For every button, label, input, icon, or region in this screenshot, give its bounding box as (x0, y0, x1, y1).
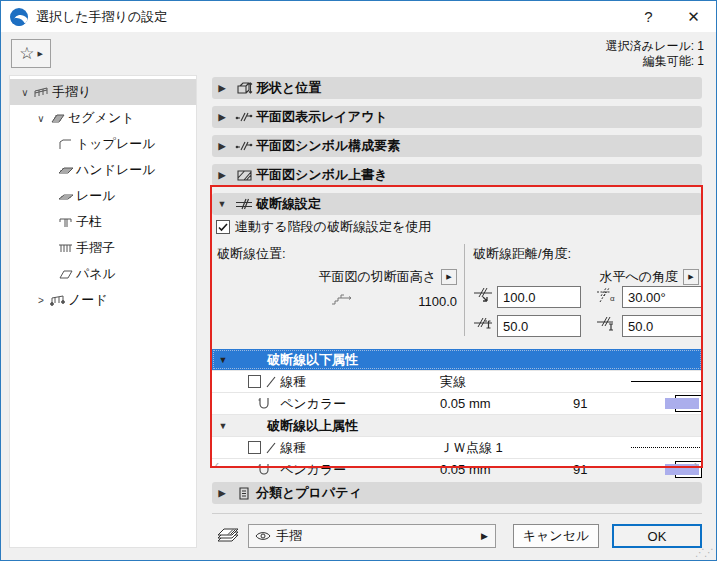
checkbox-checked-icon (216, 220, 230, 234)
tree-item-label: 手摺り (52, 83, 91, 101)
baluster-icon (56, 241, 76, 255)
horizontal-angle-dropdown[interactable]: 水平への角度 ▶ (473, 268, 699, 286)
toprail-icon (56, 137, 76, 151)
linetype-label: 線種 (280, 439, 440, 457)
breakline-distance1-row (473, 286, 581, 308)
floorplan-override-icon (232, 168, 256, 182)
chevron-right-icon: ▶ (212, 83, 232, 93)
group-title: 破断線以上属性 (234, 417, 358, 435)
tree-item-label: セグメント (68, 109, 135, 127)
section-floorplan-override[interactable]: ▶ 平面図シンボル上書き (212, 164, 702, 186)
footer-divider (212, 513, 702, 514)
component-tree: ∨ 手摺り ∨ セグメント トップレール ハンドレール レール 子柱 手摺子 (9, 75, 197, 548)
chevron-right-icon[interactable]: > (34, 295, 48, 306)
close-button[interactable]: ✕ (671, 1, 716, 32)
tree-item-segment[interactable]: ∨ セグメント (10, 105, 196, 131)
group-title: 破断線以下属性 (234, 351, 358, 369)
title-bar: 選択した手摺りの設定 ? ✕ (1, 1, 716, 32)
star-icon: ☆ (19, 45, 34, 62)
classification-icon (232, 486, 256, 501)
cut-plane-height-row: 1100.0 (331, 291, 457, 311)
pencolor-label: ペンカラー (280, 395, 440, 413)
node-icon (48, 293, 68, 307)
use-stair-breakline-checkbox[interactable]: 連動する階段の破断線設定を使用 (216, 218, 431, 236)
linetype-row-above[interactable]: 線種 ＪＷ点線 1 (212, 436, 702, 458)
railing-settings-dialog: 選択した手摺りの設定 ? ✕ ☆ ▶ 選択済みレール: 1 編集可能: 1 ∨ … (0, 0, 717, 561)
pen-icon (258, 463, 270, 476)
breakline-icon (232, 197, 256, 211)
chevron-right-icon: ▶ (212, 488, 232, 498)
layer-dropdown[interactable]: 手摺 ▶ (248, 524, 496, 548)
tree-item-post[interactable]: 子柱 (10, 209, 196, 235)
tree-item-handrail[interactable]: ハンドレール (10, 157, 196, 183)
distance-angle-label: 破断線距離/角度: (473, 245, 571, 263)
chevron-down-icon[interactable]: ∨ (18, 87, 32, 98)
stair-cut-plane-icon (331, 291, 353, 311)
cut-plane-height-value: 1100.0 (418, 294, 457, 309)
section-shape-position[interactable]: ▶ 形状と位置 (212, 77, 702, 99)
panel-icon (56, 267, 76, 281)
section-classification[interactable]: ▶ 分類とプロパティ (212, 482, 702, 504)
linetype-label: 線種 (280, 373, 440, 391)
flyout-arrow-button[interactable]: ▶ (683, 269, 699, 285)
tree-item-label: レール (76, 187, 116, 205)
section-floorplan-layout[interactable]: ▶ 平面図表示レイアウト (212, 106, 702, 128)
breakline-distance-dashed-icon (473, 316, 493, 336)
tree-item-node[interactable]: > ノード (10, 287, 196, 313)
section-label: 分類とプロパティ (256, 484, 362, 502)
cancel-button[interactable]: キャンセル (513, 524, 599, 548)
cut-plane-height-label: 平面図の切断面高さ (318, 268, 436, 286)
distance1-input[interactable] (497, 286, 581, 308)
tree-item-label: 手摺子 (76, 239, 115, 257)
flyout-arrow-button[interactable]: ▶ (441, 269, 457, 285)
tree-item-rail[interactable]: レール (10, 183, 196, 209)
tree-item-toprail[interactable]: トップレール (10, 131, 196, 157)
angle-input[interactable] (622, 286, 702, 308)
breakline-distance-icon (473, 287, 493, 307)
ok-button[interactable]: OK (612, 524, 702, 548)
solid-line-preview (631, 381, 702, 382)
scroll-right-icon[interactable]: › (694, 458, 698, 472)
favorites-button[interactable]: ☆ ▶ (11, 39, 51, 68)
chevron-down-icon[interactable]: ∨ (34, 113, 48, 124)
linetype-row-below[interactable]: 線種 実線 (212, 370, 702, 392)
distance2-input[interactable] (497, 315, 581, 337)
below-breakline-group-header[interactable]: ▼ 破断線以下属性 (212, 349, 702, 370)
breakline-distance-vertical-icon (596, 316, 618, 336)
section-label: 破断線設定 (256, 195, 321, 213)
pencolor-row-above[interactable]: ペンカラー 0.05 mm 91 (212, 458, 702, 480)
floorplan-components-icon (232, 139, 256, 153)
column-divider (464, 244, 465, 336)
layer-value: 手摺 (276, 527, 302, 545)
triangle-down-icon: ▼ (212, 355, 234, 365)
tree-item-panel[interactable]: パネル (10, 261, 196, 287)
cut-plane-height-dropdown[interactable]: 平面図の切断面高さ ▶ (217, 268, 457, 286)
pen-color-swatch[interactable] (675, 395, 702, 412)
scroll-left-icon[interactable]: ‹ (215, 458, 219, 472)
chevron-right-icon: ▶ (212, 112, 232, 122)
section-label: 平面図シンボル上書き (256, 166, 388, 184)
breakline-distance3-row (596, 315, 702, 337)
resize-grip[interactable]: ⋰⋰ (695, 547, 713, 558)
floorplan-display-icon (232, 110, 256, 124)
svg-text:α: α (610, 294, 615, 303)
railing-icon (32, 85, 52, 99)
help-button[interactable]: ? (626, 1, 671, 32)
section-breakline[interactable]: ▼ 破断線設定 (212, 193, 702, 215)
above-breakline-group-header[interactable]: ▼ 破断線以上属性 (212, 414, 702, 436)
selected-rails-count: 選択済みレール: 1 (606, 39, 704, 54)
pen-weight-value: 0.05 mm (440, 396, 573, 411)
linetype-icon (265, 376, 277, 388)
linetype-value: 実線 (440, 373, 573, 391)
tree-item-railing[interactable]: ∨ 手摺り (10, 79, 196, 105)
layers-icon[interactable] (217, 524, 243, 550)
dropdown-arrow-icon: ▶ (481, 531, 488, 541)
checkbox-unchecked-icon[interactable] (248, 441, 261, 454)
checkbox-unchecked-icon[interactable] (248, 375, 261, 388)
pencolor-row-below[interactable]: ペンカラー 0.05 mm 91 (212, 392, 702, 414)
distance3-input[interactable] (622, 315, 702, 337)
section-floorplan-components[interactable]: ▶ 平面図シンボル構成要素 (212, 135, 702, 157)
tree-item-baluster[interactable]: 手摺子 (10, 235, 196, 261)
pen-number-value: 91 (573, 462, 631, 477)
breakline-angle-row: α (596, 286, 702, 308)
